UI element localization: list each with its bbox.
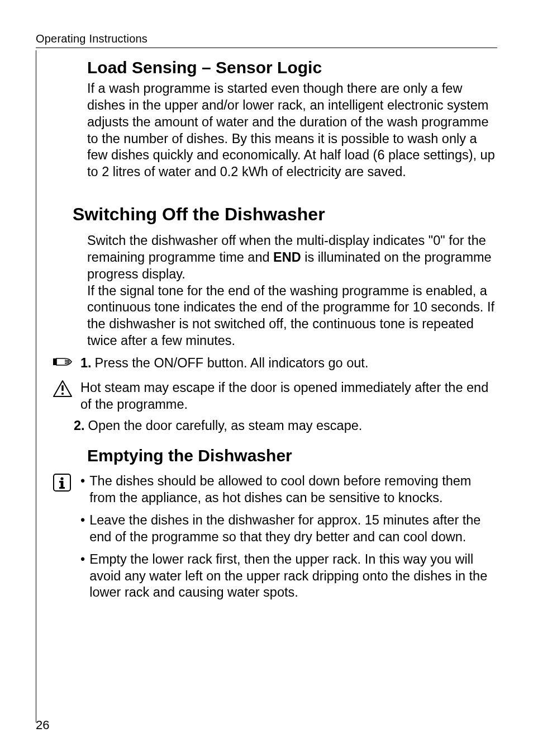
svg-line-3 (65, 363, 69, 363)
list-item: • Leave the dishes in the dishwasher for… (80, 512, 497, 546)
list-item: • Empty the lower rack first, then the u… (80, 551, 497, 602)
content-area: Load Sensing – Sensor Logic If a wash pr… (87, 58, 497, 601)
step-1-number: 1. (80, 356, 92, 370)
page-number: 26 (36, 718, 49, 733)
step-1-row: 1.Press the ON/OFF button. All indicator… (87, 355, 497, 372)
bullet-text: Leave the dishes in the dishwasher for a… (89, 512, 497, 546)
page: Operating Instructions Load Sensing – Se… (0, 0, 533, 756)
svg-point-7 (60, 478, 63, 480)
bullet-marker: • (80, 473, 85, 490)
bold-end: END (273, 250, 301, 264)
step-2-number: 2. (74, 418, 85, 433)
step-2-row: 2.Open the door carefully, as steam may … (87, 418, 497, 434)
svg-rect-9 (59, 487, 65, 489)
svg-rect-10 (59, 481, 63, 483)
warning-triangle-icon (53, 380, 80, 398)
heading-switching-off: Switching Off the Dishwasher (73, 204, 497, 225)
bullet-list: • The dishes should be allowed to cool d… (80, 473, 497, 601)
warning-text: Hot steam may escape if the door is open… (80, 380, 497, 413)
heading-load-sensing: Load Sensing – Sensor Logic (87, 58, 497, 77)
running-head: Operating Instructions (36, 32, 497, 45)
para-switch-off-2: If the signal tone for the end of the wa… (87, 283, 497, 349)
bullet-marker: • (80, 512, 85, 529)
bullet-text: Empty the lower rack first, then the upp… (89, 551, 497, 602)
warning-row: Hot steam may escape if the door is open… (87, 380, 497, 413)
info-row: • The dishes should be allowed to cool d… (87, 473, 497, 601)
bullet-text: The dishes should be allowed to cool dow… (89, 473, 497, 507)
step-1-body: Press the ON/OFF button. All indicators … (95, 356, 369, 370)
step-2-text: 2.Open the door carefully, as steam may … (74, 418, 362, 434)
heading-emptying: Emptying the Dishwasher (87, 446, 497, 465)
svg-rect-0 (53, 358, 56, 365)
list-item: • The dishes should be allowed to cool d… (80, 473, 497, 507)
svg-point-5 (61, 393, 64, 395)
header-rule: Operating Instructions (36, 32, 497, 48)
step-1-text: 1.Press the ON/OFF button. All indicator… (80, 355, 368, 372)
para-switch-off-1: Switch the dishwasher off when the multi… (87, 233, 497, 283)
hand-pointing-icon (53, 355, 80, 370)
step-2-body: Open the door carefully, as steam may es… (88, 418, 363, 433)
svg-rect-4 (61, 385, 63, 391)
info-icon (53, 473, 80, 492)
para-load-sensing: If a wash programme is started even thou… (87, 81, 497, 181)
svg-line-1 (65, 360, 69, 361)
left-rule (36, 50, 36, 722)
bullet-marker: • (80, 551, 85, 568)
